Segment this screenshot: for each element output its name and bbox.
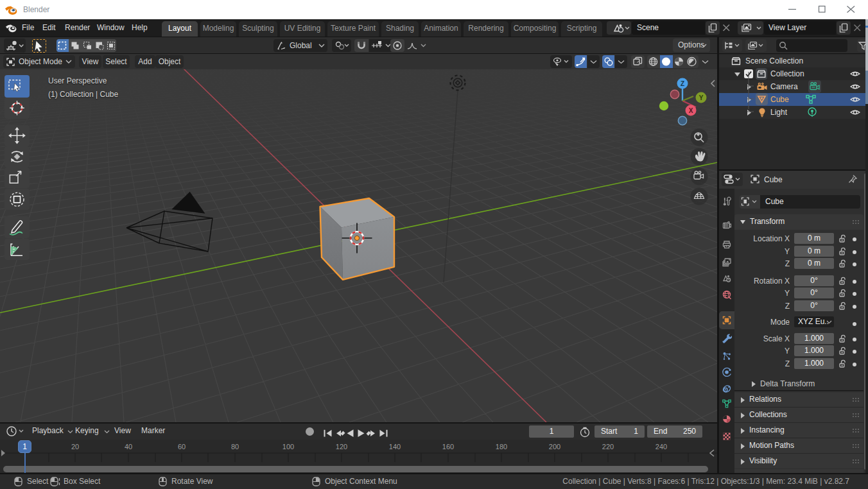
svg-text:Y: Y (699, 94, 704, 101)
svg-text:Z: Z (681, 80, 684, 87)
svg-text:X: X (689, 107, 693, 114)
